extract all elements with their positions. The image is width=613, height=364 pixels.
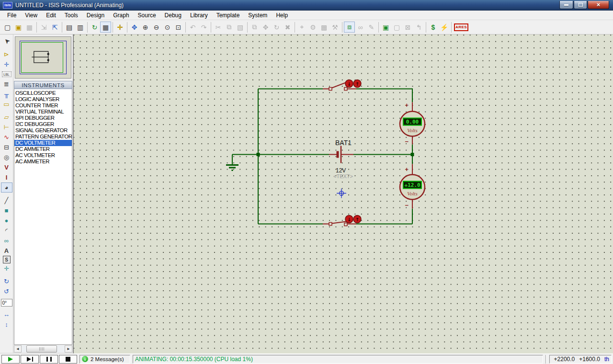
redo-icon[interactable]: ↷ xyxy=(198,22,209,33)
print-icon[interactable]: ▤ xyxy=(64,22,75,33)
exit-to-parent-icon[interactable]: ↰ xyxy=(413,22,424,33)
2d-line-icon[interactable]: ╱ xyxy=(1,195,12,205)
new-sheet-icon[interactable]: ▢ xyxy=(391,22,402,33)
property-assignment-icon[interactable]: ✎ xyxy=(366,22,377,33)
restore-button[interactable] xyxy=(574,1,587,9)
design-menu[interactable]: Design xyxy=(82,11,109,20)
battery-bat1[interactable] xyxy=(329,146,353,163)
virtual-instruments-icon[interactable]: ◕ xyxy=(1,182,12,193)
rotate-anticlockwise-icon[interactable]: ↺ xyxy=(1,286,12,296)
pan-icon[interactable]: ✥ xyxy=(129,22,140,33)
paste-icon[interactable]: ▧ xyxy=(235,22,246,33)
instrument-spi-debugger[interactable]: SPI DEBUGGER xyxy=(14,115,72,121)
design-explorer-icon[interactable]: ▣ xyxy=(380,22,391,33)
decompose-icon[interactable]: ⚒ xyxy=(329,22,341,33)
search-tag-icon[interactable]: ∞ xyxy=(355,22,366,33)
scrollbar-thumb[interactable] xyxy=(26,345,57,353)
redraw-icon[interactable]: ↻ xyxy=(89,22,100,33)
wire-label-icon[interactable]: LBL xyxy=(2,71,11,77)
file-menu[interactable]: File xyxy=(3,11,21,20)
help-menu[interactable]: Help xyxy=(272,11,292,20)
subcircuit-mode-icon[interactable]: ▭ xyxy=(1,99,12,109)
schematic-editing-canvas[interactable]: ↓ ↑ BAT1 12V <TEXT> xyxy=(73,34,613,353)
library-menu[interactable]: Library xyxy=(186,11,212,20)
block-rotate-icon[interactable]: ↻ xyxy=(271,22,282,33)
save-design-icon[interactable]: ▦ xyxy=(24,22,35,33)
import-section-icon[interactable]: ⇲ xyxy=(38,22,49,33)
mirror-vertical-icon[interactable]: ↕ xyxy=(1,319,12,330)
cut-icon[interactable]: ✂ xyxy=(213,22,224,33)
selector-horizontal-scrollbar[interactable]: ◄ ► xyxy=(14,345,72,353)
scroll-left-arrow-icon[interactable]: ◄ xyxy=(14,345,22,353)
component-mode-icon[interactable]: ⊳ xyxy=(1,49,12,59)
selection-pointer-icon[interactable]: ➤ xyxy=(0,34,14,49)
instrument-logic-analyser[interactable]: LOGIC ANALYSER xyxy=(14,96,72,102)
graph-mode-icon[interactable]: ∿ xyxy=(1,132,12,142)
origin-icon[interactable]: ✛ xyxy=(114,22,125,33)
tools-menu[interactable]: Tools xyxy=(60,11,82,20)
dc-voltmeter-bottom[interactable]: +12.0 Volts + − xyxy=(400,164,425,209)
graph-menu[interactable]: Graph xyxy=(109,11,133,20)
instrument-dc-ammeter[interactable]: DC AMMETER xyxy=(14,146,72,152)
minimize-button[interactable] xyxy=(559,1,573,9)
instrument-signal-generator[interactable]: SIGNAL GENERATOR xyxy=(14,127,72,134)
generator-mode-icon[interactable]: ◎ xyxy=(1,152,12,162)
voltage-probe-icon[interactable]: V xyxy=(1,162,12,172)
stop-button[interactable] xyxy=(59,355,77,364)
circuit-wires[interactable] xyxy=(232,89,412,224)
instrument-i2c-debugger[interactable]: I2C DEBUGGER xyxy=(14,121,72,127)
zoom-all-icon[interactable]: ⊙ xyxy=(162,22,173,33)
2d-marker-icon[interactable]: ✛ xyxy=(1,263,12,273)
2d-circle-icon[interactable]: ● xyxy=(1,216,12,226)
instrument-virtual-terminal[interactable]: VIRTUAL TERMINAL xyxy=(14,109,72,115)
system-menu[interactable]: System xyxy=(244,11,272,20)
2d-text-icon[interactable]: A xyxy=(1,246,12,256)
electrical-rule-check-icon[interactable]: ⚡ xyxy=(439,22,450,33)
instrument-ac-voltmeter[interactable]: AC VOLTMETER xyxy=(14,152,72,159)
2d-box-icon[interactable]: ■ xyxy=(1,205,12,216)
block-copy-icon[interactable]: ⧉ xyxy=(249,22,260,33)
scroll-right-arrow-icon[interactable]: ► xyxy=(65,345,72,353)
scrollbar-track[interactable] xyxy=(22,345,65,353)
rotate-clockwise-icon[interactable]: ↻ xyxy=(1,276,12,286)
buses-mode-icon[interactable]: ╥ xyxy=(1,89,12,99)
debug-menu[interactable]: Debug xyxy=(160,11,186,20)
open-design-icon[interactable]: ▣ xyxy=(13,22,24,33)
copy-icon[interactable]: ⧉ xyxy=(224,22,235,33)
message-counter[interactable]: i 2 Message(s) xyxy=(79,355,130,364)
packaging-tool-icon[interactable]: ▩ xyxy=(318,22,329,33)
instrument-ac-ammeter[interactable]: AC AMMETER xyxy=(14,159,72,165)
instrument-pattern-generator[interactable]: PATTERN GENERATOR xyxy=(14,134,72,140)
wire-autorouter-icon[interactable]: ⧈ xyxy=(344,22,355,33)
block-move-icon[interactable]: ✥ xyxy=(260,22,271,33)
bill-of-materials-icon[interactable]: $ xyxy=(428,22,439,33)
undo-icon[interactable]: ↶ xyxy=(187,22,198,33)
close-button[interactable]: × xyxy=(588,1,609,9)
tape-recorder-icon[interactable]: ⊟ xyxy=(1,142,12,152)
pause-button[interactable] xyxy=(40,355,58,364)
mirror-horizontal-icon[interactable]: ↔ xyxy=(1,309,12,319)
2d-symbol-icon[interactable]: S xyxy=(3,256,11,263)
2d-arc-icon[interactable]: ◜ xyxy=(1,226,12,236)
instrument-dc-voltmeter[interactable]: DC VOLTMETER xyxy=(14,140,72,146)
ground-symbol[interactable] xyxy=(226,155,238,171)
view-menu[interactable]: View xyxy=(21,11,42,20)
terminals-mode-icon[interactable]: ▱ xyxy=(1,112,12,122)
edit-menu[interactable]: Edit xyxy=(42,11,60,20)
block-delete-icon[interactable]: ✖ xyxy=(282,22,293,33)
text-script-icon[interactable]: ≣ xyxy=(1,79,12,89)
junction-dot-icon[interactable]: ✛ xyxy=(1,59,12,69)
zoom-area-icon[interactable]: ⊡ xyxy=(173,22,184,33)
rotation-angle-field[interactable]: 0° xyxy=(1,299,12,307)
zoom-in-icon[interactable]: ⊕ xyxy=(140,22,151,33)
device-pins-icon[interactable]: ⊢ xyxy=(1,122,12,132)
step-button[interactable] xyxy=(21,355,39,364)
current-probe-icon[interactable]: I xyxy=(1,172,12,182)
pick-device-icon[interactable]: ⌖ xyxy=(296,22,307,33)
source-menu[interactable]: Source xyxy=(134,11,160,20)
schematic-preview-window[interactable] xyxy=(15,36,71,79)
play-button[interactable] xyxy=(1,355,20,364)
2d-path-icon[interactable]: ∞ xyxy=(1,236,12,246)
instrument-counter-timer[interactable]: COUNTER TIMER xyxy=(14,102,72,109)
instrument-oscilloscope[interactable]: OSCILLOSCOPE xyxy=(14,90,72,96)
